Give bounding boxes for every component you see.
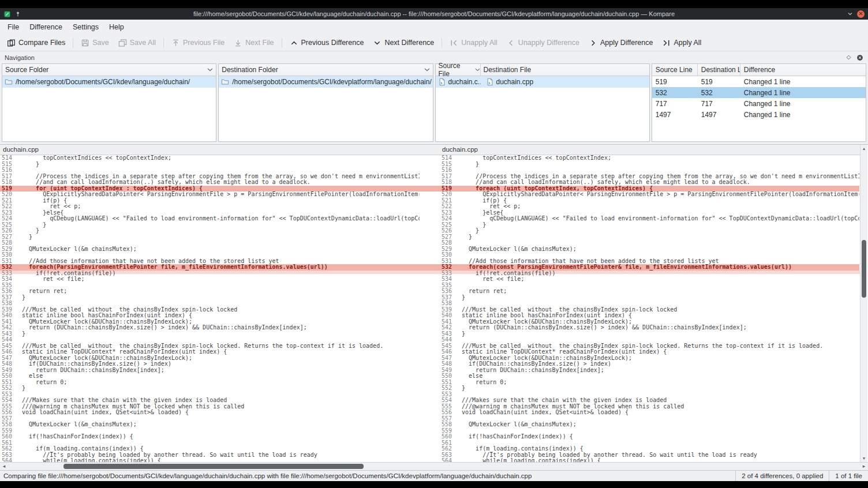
line-text: QMutexLocker lock(&DUChain::chainsByInde… <box>15 355 420 362</box>
line-text: ret << file; <box>455 276 859 283</box>
line-text: ret << file; <box>15 276 420 283</box>
difference-list-header: Source Line Destination Lin Difference <box>652 64 866 76</box>
code-line: 536 return ret; <box>0 288 420 295</box>
line-number: 558 <box>0 422 15 428</box>
line-text: void loadChain(uint index, QSet<uint>& l… <box>15 410 420 416</box>
vertical-scrollbar[interactable]: ▴ ▾ <box>860 145 867 462</box>
dock-close-icon[interactable] <box>856 54 863 61</box>
destination-folder-dropdown[interactable]: Destination Folder <box>219 64 432 76</box>
toolbar-button-label: Save <box>92 39 109 47</box>
scroll-up-arrow[interactable]: ▴ <box>860 146 867 151</box>
code-line: 519 for (uint topContextIndex : topConte… <box>0 186 420 192</box>
line-number: 516 <box>0 167 15 174</box>
apply-difference-button[interactable]: Apply Difference <box>585 36 657 50</box>
line-number: 532 <box>0 264 15 271</box>
code-line: 526 } <box>0 228 420 234</box>
line-text: return ret; <box>455 288 859 295</box>
line-text: foreach(const ParsingEnvironmentFilePoin… <box>455 264 859 271</box>
apply-all-icon <box>662 39 671 47</box>
scroll-left-arrow[interactable]: ◂ <box>0 463 8 470</box>
unapply-all-button[interactable]: Unapply All <box>446 36 502 50</box>
difference-cell: Changed 1 line <box>740 109 866 120</box>
code-line: 540 static inline bool hasChainForIndex(… <box>0 313 420 319</box>
menu-difference[interactable]: Difference <box>24 20 68 35</box>
line-text: } <box>15 222 420 228</box>
line-number: 520 <box>0 192 15 198</box>
destination-code-pane[interactable]: 514 topContextIndices << topContextIndex… <box>440 155 859 462</box>
code-line: 536 return ret; <box>440 288 859 295</box>
unapply-difference-button[interactable]: Unapply Difference <box>503 36 583 50</box>
menu-help[interactable]: Help <box>104 20 129 35</box>
code-line: 562 if(m_loading.contains(index)) { <box>0 446 420 452</box>
menu-settings[interactable]: Settings <box>68 20 104 35</box>
source-code-pane[interactable]: 514 topContextIndices << topContextIndex… <box>0 155 420 462</box>
code-line: 546 static inline TopDUContext* readChai… <box>440 349 859 355</box>
header-destination-line[interactable]: Destination Lin <box>698 64 740 76</box>
unapply-all-icon <box>450 39 458 47</box>
line-number: 562 <box>0 446 15 452</box>
line-number: 516 <box>440 167 455 174</box>
code-line: 540 static inline bool hasChainForIndex(… <box>440 313 859 319</box>
code-line: 514 topContextIndices << topContextIndex… <box>0 155 420 162</box>
horizontal-scrollbar[interactable]: ◂ ▸ <box>0 462 868 470</box>
save-button[interactable]: Save <box>77 36 113 50</box>
scroll-right-arrow[interactable]: ▸ <box>860 463 868 470</box>
difference-row[interactable]: 532532Changed 1 line <box>652 87 866 98</box>
destination-file-name: duchain.cpp <box>496 78 534 86</box>
code-line: 517 //Process the indices in a separate … <box>0 174 420 180</box>
line-text: void loadChain(uint index, QSet<uint>& l… <box>455 410 859 416</box>
toolbar-separator <box>73 38 73 48</box>
vertical-scrollbar-thumb[interactable] <box>862 240 866 298</box>
code-line: 524 qCDebug(LANGUAGE) << "Failed to load… <box>0 216 420 222</box>
difference-row[interactable]: 717717Changed 1 line <box>652 98 866 109</box>
source-file-dropdown[interactable]: Source File <box>436 64 481 76</box>
menu-file[interactable]: File <box>2 20 24 35</box>
close-button[interactable]: ✕ <box>857 10 865 18</box>
previous-difference-button[interactable]: Previous Difference <box>286 36 368 50</box>
code-line: 537 } <box>0 295 420 301</box>
destination-file-header[interactable]: Destination File <box>481 64 649 76</box>
file-pair-item[interactable]: duchain.c... duchain.cpp <box>436 76 649 88</box>
horizontal-scrollbar-thumb[interactable] <box>63 464 364 469</box>
line-text <box>15 392 420 398</box>
file-list: duchain.c... duchain.cpp <box>436 76 649 141</box>
line-text: ret << p; <box>455 204 859 210</box>
source-folder-dropdown[interactable]: Source Folder <box>2 64 216 76</box>
line-text: return DUChain::chainsByIndex[index]; <box>15 367 420 374</box>
line-text: //It's probably being loaded by another … <box>15 452 420 459</box>
line-number: 542 <box>0 325 15 331</box>
dock-float-icon[interactable] <box>845 54 852 61</box>
chevron-down-icon[interactable] <box>847 10 854 17</box>
source-folder-item[interactable]: /home/sergobot/Documents/GCI/kdev/langua… <box>2 76 216 88</box>
code-line: 553 <box>440 392 859 398</box>
toolbar-button-label: Apply Difference <box>600 39 653 47</box>
save-all-button[interactable]: Save All <box>114 36 160 50</box>
apply-all-button[interactable]: Apply All <box>658 36 705 50</box>
line-text: ///Must be called _without_ the chainsBy… <box>455 343 859 350</box>
difference-row[interactable]: 519519Changed 1 line <box>652 76 866 87</box>
next-difference-icon <box>373 39 381 47</box>
difference-row[interactable]: 14971497Changed 1 line <box>652 109 866 120</box>
previous-file-button[interactable]: Previous File <box>167 36 229 50</box>
code-line: 528 <box>0 240 420 246</box>
compare-files-button[interactable]: Compare Files <box>3 36 69 50</box>
header-difference[interactable]: Difference <box>740 64 866 76</box>
destination-folder-item[interactable]: /home/sergobot/Documents/GCI/kdevplatfor… <box>219 76 432 88</box>
line-number: 556 <box>0 410 15 416</box>
line-text: } <box>455 295 859 301</box>
code-line: 525 } <box>440 222 859 228</box>
navigation-panels: Source Folder /home/sergobot/Documents/G… <box>0 63 868 144</box>
line-text: } <box>15 162 420 168</box>
line-number: 522 <box>440 204 455 210</box>
header-source-line[interactable]: Source Line <box>652 64 698 76</box>
line-text: if(p) { <box>15 198 420 204</box>
line-number: 552 <box>0 385 15 392</box>
next-file-button[interactable]: Next File <box>230 36 278 50</box>
next-difference-button[interactable]: Next Difference <box>369 36 438 50</box>
pin-icon[interactable] <box>14 10 21 17</box>
app-icon <box>3 10 11 18</box>
scroll-down-arrow[interactable]: ▾ <box>860 456 867 461</box>
code-line: 522 ret << p; <box>0 204 420 210</box>
line-text: QExplicitlySharedDataPointer< ParsingEnv… <box>455 192 859 198</box>
line-text: if(p) { <box>455 198 859 204</box>
